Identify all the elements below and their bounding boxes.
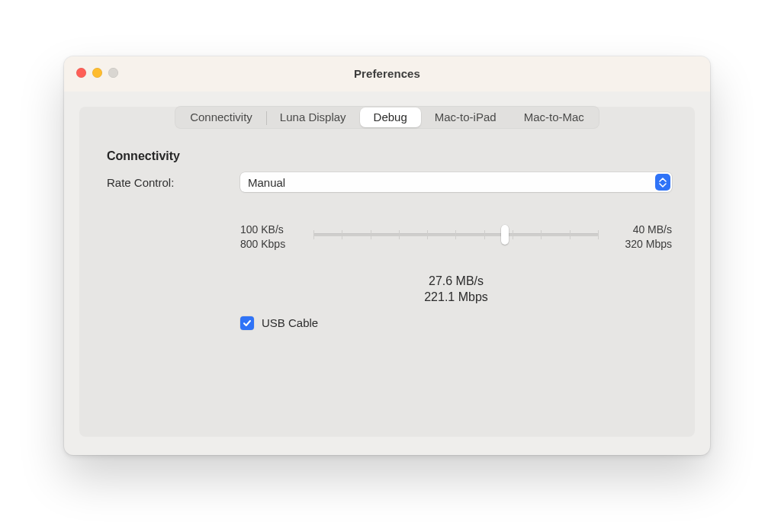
slider-min-line1: 100 KB/s <box>240 223 307 237</box>
slider-thumb[interactable] <box>501 225 509 245</box>
usb-cable-label: USB Cable <box>262 316 318 329</box>
usb-cable-row: USB Cable <box>107 316 672 330</box>
slider-min-line2: 800 Kbps <box>240 237 307 252</box>
rate-control-row: Rate Control: Manual <box>107 172 672 192</box>
slider-readout-line1: 27.6 MB/s <box>240 273 672 290</box>
slider-max-line2: 320 Mbps <box>605 237 672 252</box>
preferences-window: Preferences Connectivity Luna Display De… <box>64 56 710 455</box>
close-window-button[interactable] <box>76 68 86 78</box>
dropdown-stepper-icon <box>655 174 670 191</box>
traffic-lights <box>76 68 118 78</box>
title-bar: Preferences <box>64 56 710 91</box>
tab-connectivity[interactable]: Connectivity <box>176 107 266 127</box>
rate-control-value: Manual <box>248 176 285 189</box>
slider-track <box>313 233 599 236</box>
rate-control-select[interactable]: Manual <box>240 172 672 192</box>
rate-control-label: Rate Control: <box>107 176 240 189</box>
rate-slider[interactable] <box>307 223 605 236</box>
tab-luna-display[interactable]: Luna Display <box>266 107 360 127</box>
debug-tab-content: Connectivity Rate Control: Manual 100 K <box>79 130 695 345</box>
tab-mac-to-ipad[interactable]: Mac-to-iPad <box>421 107 510 127</box>
slider-max-label: 40 MB/s 320 Mbps <box>605 223 672 252</box>
window-title: Preferences <box>354 67 420 80</box>
zoom-window-button[interactable] <box>108 68 118 78</box>
window-body: Connectivity Luna Display Debug Mac-to-i… <box>64 91 710 455</box>
usb-cable-checkbox[interactable] <box>240 316 254 330</box>
tab-mac-to-mac[interactable]: Mac-to-Mac <box>510 107 598 127</box>
check-icon <box>243 319 252 328</box>
slider-ticks <box>313 230 599 239</box>
section-title-connectivity: Connectivity <box>107 149 672 163</box>
tab-bar-inner: Connectivity Luna Display Debug Mac-to-i… <box>175 106 599 129</box>
rate-slider-block: 100 KB/s 800 Kbps <box>107 223 672 252</box>
slider-min-label: 100 KB/s 800 Kbps <box>240 223 307 252</box>
tab-debug[interactable]: Debug <box>360 107 421 127</box>
slider-max-line1: 40 MB/s <box>605 223 672 237</box>
slider-readout-line2: 221.1 Mbps <box>240 289 672 306</box>
slider-readout: 27.6 MB/s 221.1 Mbps <box>107 273 672 306</box>
tab-bar: Connectivity Luna Display Debug Mac-to-i… <box>79 106 695 129</box>
preferences-panel: Connectivity Luna Display Debug Mac-to-i… <box>79 107 695 437</box>
minimize-window-button[interactable] <box>92 68 102 78</box>
